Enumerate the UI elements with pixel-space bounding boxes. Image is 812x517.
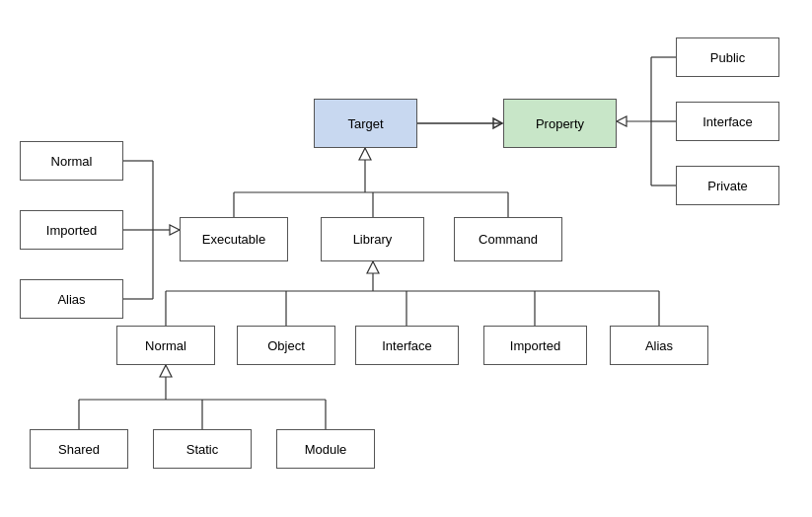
- interface-right-node: Interface: [676, 102, 779, 141]
- property-node: Property: [503, 99, 617, 148]
- shared-node: Shared: [30, 429, 128, 469]
- target-label: Target: [347, 116, 383, 131]
- interface-mid-label: Interface: [382, 338, 432, 353]
- svg-marker-20: [359, 148, 371, 160]
- normal-mid-label: Normal: [145, 338, 186, 353]
- module-label: Module: [305, 442, 347, 457]
- svg-marker-14: [170, 225, 180, 235]
- executable-node: Executable: [180, 217, 288, 261]
- module-node: Module: [276, 429, 375, 469]
- command-label: Command: [479, 232, 538, 247]
- svg-marker-8: [617, 116, 627, 126]
- shared-label: Shared: [58, 442, 100, 457]
- library-node: Library: [321, 217, 424, 261]
- static-label: Static: [186, 442, 219, 457]
- command-node: Command: [454, 217, 562, 261]
- interface-right-label: Interface: [702, 114, 753, 129]
- object-node: Object: [237, 326, 335, 365]
- static-node: Static: [153, 429, 252, 469]
- library-label: Library: [353, 232, 393, 247]
- private-node: Private: [676, 166, 779, 205]
- object-label: Object: [267, 338, 305, 353]
- private-label: Private: [707, 179, 747, 193]
- executable-label: Executable: [202, 232, 265, 247]
- alias-mid-node: Alias: [610, 326, 708, 365]
- imported-left-label: Imported: [46, 223, 97, 238]
- diagram: Target Property Public Interface Private…: [0, 0, 812, 517]
- alias-left-label: Alias: [57, 292, 85, 307]
- public-label: Public: [710, 50, 745, 65]
- imported-mid-label: Imported: [510, 338, 560, 353]
- imported-left-node: Imported: [20, 210, 123, 250]
- svg-marker-28: [367, 261, 379, 273]
- normal-left-label: Normal: [51, 154, 93, 169]
- target-node: Target: [314, 99, 417, 148]
- imported-mid-node: Imported: [483, 326, 587, 365]
- normal-mid-node: Normal: [116, 326, 215, 365]
- svg-marker-34: [160, 365, 172, 377]
- normal-left-node: Normal: [20, 141, 123, 181]
- alias-left-node: Alias: [20, 279, 123, 319]
- interface-mid-node: Interface: [355, 326, 459, 365]
- property-label: Property: [536, 116, 584, 131]
- alias-mid-label: Alias: [645, 338, 673, 353]
- public-node: Public: [676, 37, 779, 77]
- svg-marker-2: [493, 118, 502, 128]
